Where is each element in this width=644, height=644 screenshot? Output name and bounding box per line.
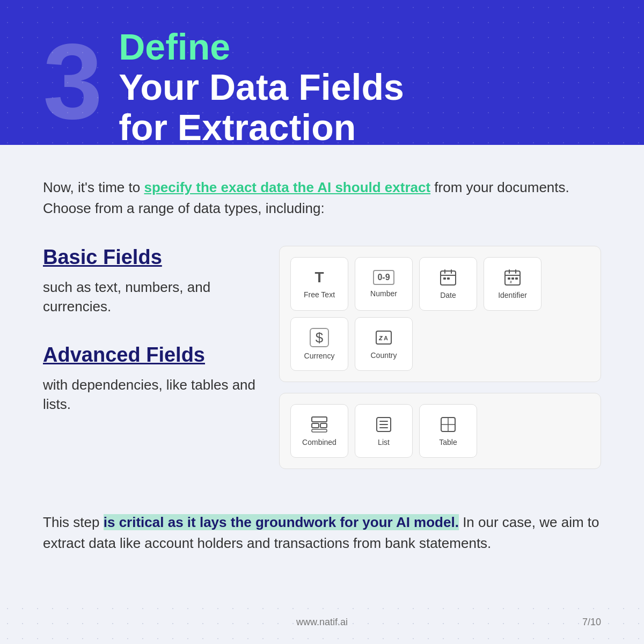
svg-rect-17 — [312, 417, 327, 422]
combined-label: Combined — [302, 438, 336, 447]
svg-text:#: # — [510, 280, 512, 284]
svg-rect-19 — [320, 423, 327, 428]
intro-text1: Now, it's time to — [43, 179, 144, 195]
header-content: 3 Define Your Data Fields for Extraction — [0, 0, 644, 145]
field-card-number[interactable]: 0-9 Number — [355, 257, 413, 311]
country-icon: z A — [375, 328, 393, 347]
date-icon — [439, 268, 457, 287]
date-label: Date — [440, 291, 456, 299]
identifier-icon: # — [503, 268, 522, 287]
header-define: Define — [119, 27, 404, 67]
currency-label: Currency — [304, 352, 335, 360]
page-number: 7/10 — [582, 617, 601, 628]
header-line2: Your Data Fields — [119, 67, 404, 107]
step-number: 3 — [43, 28, 103, 135]
table-label: Table — [439, 438, 457, 447]
list-icon — [375, 415, 393, 434]
number-label: Number — [370, 289, 397, 298]
fields-section: Basic Fields such as text, numbers, and … — [43, 246, 601, 480]
advanced-fields-desc: with dependencies, like tables and lists… — [43, 375, 258, 414]
footer-text: This step is critical as it lays the gro… — [0, 512, 644, 554]
free-text-label: Free Text — [304, 290, 335, 299]
advanced-fields-row: Combined List — [290, 404, 590, 458]
basic-fields-row2: $ Currency z A Country — [290, 317, 590, 371]
header-line3: for Extraction — [119, 107, 404, 145]
identifier-label: Identifier — [498, 291, 527, 299]
svg-text:A: A — [384, 335, 388, 341]
svg-rect-20 — [312, 429, 327, 432]
country-label: Country — [370, 351, 397, 360]
advanced-fields-title: Advanced Fields — [43, 343, 258, 367]
svg-text:z: z — [378, 333, 383, 342]
svg-rect-4 — [443, 277, 446, 280]
basic-fields-group: T Free Text 0-9 Number — [279, 246, 601, 382]
field-card-combined[interactable]: Combined — [290, 404, 348, 458]
header: 3 Define Your Data Fields for Extraction — [0, 0, 644, 145]
svg-rect-12 — [515, 277, 518, 280]
table-icon — [439, 415, 457, 434]
combined-icon — [310, 415, 328, 434]
svg-rect-11 — [511, 277, 514, 280]
field-card-date[interactable]: Date — [419, 257, 477, 311]
basic-fields-title: Basic Fields — [43, 246, 258, 269]
svg-rect-5 — [447, 277, 450, 280]
currency-icon: $ — [310, 328, 329, 347]
basic-fields-desc: such as text, numbers, and currencies. — [43, 277, 258, 317]
intro-highlight: specify the exact data the AI should ext… — [144, 179, 430, 195]
field-card-table[interactable]: Table — [419, 404, 477, 458]
main-content: Now, it's time to specify the exact data… — [0, 145, 644, 480]
basic-fields-row1: T Free Text 0-9 Number — [290, 257, 590, 311]
field-card-identifier[interactable]: # Identifier — [484, 257, 541, 311]
field-card-list[interactable]: List — [355, 404, 413, 458]
svg-rect-18 — [312, 423, 319, 428]
footer-highlight: is critical as it lays the groundwork fo… — [104, 514, 459, 530]
footer-bar: www.natif.ai 7/10 — [0, 617, 644, 628]
field-card-country[interactable]: z A Country — [355, 317, 413, 371]
list-label: List — [378, 438, 390, 447]
intro-paragraph: Now, it's time to specify the exact data… — [43, 177, 601, 219]
footer-text1: This step — [43, 514, 104, 530]
svg-rect-10 — [508, 277, 510, 280]
field-card-currency[interactable]: $ Currency — [290, 317, 348, 371]
fields-left: Basic Fields such as text, numbers, and … — [43, 246, 258, 441]
header-text: Define Your Data Fields for Extraction — [119, 27, 404, 145]
footer-url: www.natif.ai — [296, 617, 348, 628]
intro-text3: Choose from a range of data types, inclu… — [43, 200, 325, 216]
number-icon: 0-9 — [373, 270, 394, 285]
free-text-icon: T — [314, 269, 324, 286]
intro-text2: from your documents. — [430, 179, 569, 195]
advanced-fields-group: Combined List — [279, 393, 601, 469]
fields-right: T Free Text 0-9 Number — [279, 246, 601, 480]
field-card-free-text[interactable]: T Free Text — [290, 257, 348, 311]
